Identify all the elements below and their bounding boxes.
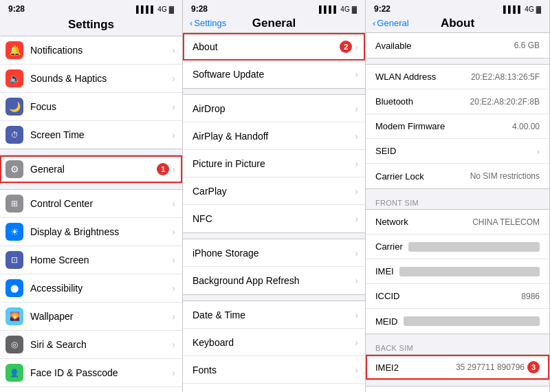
- settings-item-sounds[interactable]: 🔈 Sounds & Haptics ›: [0, 65, 182, 93]
- general-item-software-update[interactable]: Software Update ›: [183, 61, 365, 88]
- chevron-icon: ›: [172, 311, 175, 322]
- status-bar-1: 9:28 ▌▌▌▌ 4G ▓: [0, 0, 182, 17]
- settings-item-display[interactable]: ☀ Display & Brightness ›: [0, 218, 182, 246]
- general-item-background-refresh[interactable]: Background App Refresh ›: [183, 267, 365, 294]
- chevron-icon: ›: [172, 45, 175, 56]
- general-item-fonts[interactable]: Fonts ›: [183, 356, 365, 384]
- settings-item-wallpaper[interactable]: 🌄 Wallpaper ›: [0, 303, 182, 331]
- pip-label: Picture in Picture: [192, 158, 355, 169]
- network-info-table: WLAN Address 20:E2:A8:13:26:5F Bluetooth…: [366, 64, 549, 189]
- general-item-nfc[interactable]: NFC ›: [183, 205, 365, 232]
- badge-1: 1: [157, 163, 169, 175]
- control-center-label: Control Center: [30, 198, 172, 209]
- chevron-icon: ›: [355, 41, 358, 52]
- chevron-icon: ›: [355, 103, 358, 114]
- display-label: Display & Brightness: [30, 226, 172, 237]
- notifications-label: Notifications: [30, 45, 172, 56]
- chevron-icon: ›: [172, 226, 175, 237]
- bluetooth-label: Bluetooth: [375, 96, 413, 107]
- cert-row[interactable]: Certificate Trust Settings ›: [366, 386, 549, 392]
- back-sim-table: IMEI2 35 297711 890796 3: [366, 354, 549, 380]
- chevron-icon: ›: [355, 131, 358, 142]
- carrier-lock-label: Carrier Lock: [375, 171, 424, 182]
- available-table: Available 6.6 GB: [366, 32, 549, 58]
- network-value: CHINA TELECOM: [414, 217, 540, 227]
- siri-label: Siri & Search: [30, 339, 172, 350]
- nfc-label: NFC: [192, 213, 355, 224]
- settings-item-accessibility[interactable]: ⬤ Accessibility ›: [0, 274, 182, 303]
- general-item-airplay[interactable]: AirPlay & Handoff ›: [183, 122, 365, 150]
- carrier-row: Carrier: [366, 235, 549, 259]
- display-icon: ☀: [6, 223, 23, 241]
- status-time-1: 9:28: [8, 4, 25, 14]
- general-title: General: [252, 17, 296, 30]
- status-bar-2: 9:28 ▌▌▌▌ 4G ▓: [183, 0, 365, 17]
- about-nav: ‹ General About: [366, 17, 549, 32]
- general-group-1: About 2 › Software Update ›: [183, 32, 365, 89]
- about-list: Available 6.6 GB WLAN Address 20:E2:A8:1…: [366, 32, 549, 392]
- badge-2: 2: [340, 41, 352, 53]
- settings-item-emergency-sos[interactable]: SOS Emergency SOS ›: [0, 387, 182, 392]
- badge-3: 3: [527, 361, 540, 373]
- settings-item-notifications[interactable]: 🔔 Notifications ›: [0, 36, 182, 65]
- available-row: Available 6.6 GB: [366, 33, 549, 58]
- chevron-icon: ›: [172, 283, 175, 294]
- iccid-value: 8986: [405, 292, 540, 301]
- seid-chevron: ›: [536, 146, 540, 157]
- date-time-label: Date & Time: [192, 309, 355, 320]
- screen-time-label: Screen Time: [30, 129, 172, 140]
- status-icons-2: ▌▌▌▌ 4G ▓: [319, 6, 357, 13]
- seid-row[interactable]: SEID ›: [366, 139, 549, 164]
- back-chevron-icon: ‹: [190, 18, 192, 28]
- chevron-icon: ›: [355, 309, 358, 320]
- network-icon: 4G: [157, 6, 166, 13]
- status-icons-1: ▌▌▌▌ 4G ▓: [136, 6, 174, 13]
- network-icon: 4G: [340, 6, 349, 13]
- about-title: About: [441, 17, 474, 30]
- general-item-about[interactable]: About 2 ›: [183, 33, 365, 61]
- network-label: Network: [375, 217, 408, 227]
- general-item-airdrop[interactable]: AirDrop ›: [183, 95, 365, 122]
- software-update-label: Software Update: [192, 69, 355, 80]
- settings-item-screen-time[interactable]: ⏱ Screen Time ›: [0, 121, 182, 149]
- settings-list: 🔔 Notifications › 🔈 Sounds & Haptics › 🌙…: [0, 36, 182, 392]
- general-item-carplay[interactable]: CarPlay ›: [183, 177, 365, 205]
- general-item-pip[interactable]: Picture in Picture ›: [183, 150, 365, 177]
- accessibility-icon: ⬤: [6, 279, 23, 297]
- settings-item-general[interactable]: ⚙ General 1 ›: [0, 155, 182, 183]
- status-bar-3: 9:22 ▌▌▌▌ 4G ▓: [366, 0, 549, 17]
- chevron-icon: ›: [355, 337, 358, 348]
- carplay-label: CarPlay: [192, 186, 355, 197]
- chevron-icon: ›: [172, 129, 175, 140]
- settings-item-focus[interactable]: 🌙 Focus ›: [0, 93, 182, 121]
- panel-about: 9:22 ▌▌▌▌ 4G ▓ ‹ General About Available…: [366, 0, 550, 392]
- signal-icon: ▌▌▌▌: [503, 6, 522, 13]
- settings-item-siri[interactable]: ◎ Siri & Search ›: [0, 331, 182, 359]
- general-list: About 2 › Software Update › AirDrop › Ai…: [183, 32, 365, 392]
- general-item-keyboard[interactable]: Keyboard ›: [183, 329, 365, 356]
- settings-item-home-screen[interactable]: ⊡ Home Screen ›: [0, 246, 182, 274]
- back-sim-header: BACK SIM: [366, 340, 549, 354]
- back-chevron-icon: ‹: [373, 18, 375, 28]
- settings-group-1: 🔔 Notifications › 🔈 Sounds & Haptics › 🌙…: [0, 36, 182, 149]
- settings-item-control-center[interactable]: ⊞ Control Center ›: [0, 190, 182, 218]
- general-item-storage[interactable]: iPhone Storage ›: [183, 239, 365, 267]
- chevron-icon: ›: [355, 275, 358, 286]
- general-item-language[interactable]: Language & Region ›: [183, 384, 365, 392]
- chevron-icon: ›: [172, 73, 175, 84]
- general-group-3: iPhone Storage › Background App Refresh …: [183, 239, 365, 295]
- airplay-label: AirPlay & Handoff: [192, 131, 355, 142]
- back-button-general[interactable]: ‹ General: [373, 18, 409, 28]
- sounds-label: Sounds & Haptics: [30, 73, 172, 84]
- wallpaper-icon: 🌄: [6, 307, 23, 325]
- chevron-icon: ›: [355, 186, 358, 197]
- general-item-date-time[interactable]: Date & Time ›: [183, 301, 365, 329]
- imei-row: IMEI: [366, 259, 549, 284]
- chevron-icon: ›: [355, 158, 358, 169]
- modem-label: Modem Firmware: [375, 121, 445, 131]
- status-time-2: 9:28: [191, 4, 208, 14]
- settings-item-face-id[interactable]: 👤 Face ID & Passcode ›: [0, 359, 182, 387]
- carrier-label: Carrier: [375, 241, 403, 252]
- face-id-icon: 👤: [6, 364, 23, 382]
- back-button-settings[interactable]: ‹ Settings: [190, 18, 226, 28]
